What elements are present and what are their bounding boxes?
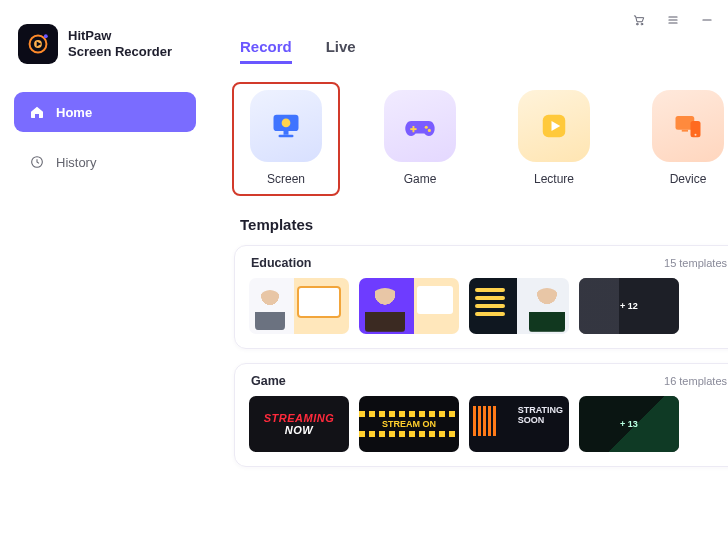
svg-point-3 xyxy=(44,34,48,38)
gamepad-icon xyxy=(384,90,456,162)
template-more-label: + 12 xyxy=(620,301,638,311)
template-card[interactable]: STREAMINGNOW xyxy=(249,396,349,452)
sidebar-item-label: Home xyxy=(56,105,92,120)
brand-line2: Screen Recorder xyxy=(68,44,172,60)
monitor-icon xyxy=(250,90,322,162)
template-group-education: Education 15 templates + 12 xyxy=(234,245,728,349)
menu-icon[interactable] xyxy=(664,11,682,29)
templates-heading: Templates xyxy=(216,216,728,233)
template-card[interactable] xyxy=(249,278,349,334)
svg-point-14 xyxy=(428,129,431,132)
record-tiles: Screen Game Lecture Device xyxy=(216,64,728,208)
tile-device[interactable]: Device xyxy=(636,84,728,194)
sidebar-item-label: History xyxy=(56,155,96,170)
tile-game[interactable]: Game xyxy=(368,84,472,194)
template-group-count: 16 templates xyxy=(664,375,727,387)
brand-logo-icon xyxy=(18,24,58,64)
svg-point-13 xyxy=(425,126,428,129)
sidebar-item-history[interactable]: History xyxy=(14,142,196,182)
svg-point-20 xyxy=(695,134,697,136)
sidebar: HitPaw Screen Recorder Home History xyxy=(0,0,210,546)
minimize-button[interactable] xyxy=(698,11,716,29)
brand-line1: HitPaw xyxy=(68,28,172,44)
tab-record[interactable]: Record xyxy=(240,38,292,64)
template-group-count: 15 templates xyxy=(664,257,727,269)
play-square-icon xyxy=(518,90,590,162)
titlebar xyxy=(216,0,728,40)
thumb-text: STRATING xyxy=(518,405,563,415)
thumb-text: SOON xyxy=(518,415,545,425)
template-card[interactable] xyxy=(359,278,459,334)
clock-icon xyxy=(28,153,46,171)
template-card[interactable]: STREAM ON xyxy=(359,396,459,452)
template-card[interactable] xyxy=(469,278,569,334)
brand: HitPaw Screen Recorder xyxy=(18,24,192,64)
tile-label: Device xyxy=(670,172,707,186)
svg-point-5 xyxy=(636,23,638,25)
thumb-text: NOW xyxy=(285,424,313,436)
sidebar-item-home[interactable]: Home xyxy=(14,92,196,132)
template-group-name: Game xyxy=(251,374,286,388)
template-group-game: Game 16 templates STREAMINGNOW STREAM ON… xyxy=(234,363,728,467)
template-card[interactable]: STRATINGSOON xyxy=(469,396,569,452)
svg-rect-10 xyxy=(279,135,294,138)
template-row: + 12 xyxy=(249,278,728,334)
tile-screen[interactable]: Screen xyxy=(234,84,338,194)
devices-icon xyxy=(652,90,724,162)
tab-live[interactable]: Live xyxy=(326,38,356,64)
svg-point-6 xyxy=(641,23,643,25)
tabs: Record Live xyxy=(216,38,728,64)
app-root: HitPaw Screen Recorder Home History xyxy=(0,0,728,546)
svg-rect-9 xyxy=(284,131,289,135)
tile-label: Screen xyxy=(267,172,305,186)
svg-point-8 xyxy=(282,119,291,128)
tile-label: Lecture xyxy=(534,172,574,186)
template-group-name: Education xyxy=(251,256,311,270)
svg-rect-12 xyxy=(410,128,416,130)
content-area: Record Live Screen Game Lecture xyxy=(210,0,728,546)
sidebar-nav: Home History xyxy=(14,92,196,182)
home-icon xyxy=(28,103,46,121)
svg-rect-18 xyxy=(682,130,688,132)
template-more-card[interactable]: + 13 xyxy=(579,396,679,452)
cart-icon[interactable] xyxy=(630,11,648,29)
template-row: STREAMINGNOW STREAM ON STRATINGSOON + 13 xyxy=(249,396,728,452)
template-group-header: Game 16 templates xyxy=(249,374,728,388)
brand-title: HitPaw Screen Recorder xyxy=(68,28,172,59)
tile-label: Game xyxy=(404,172,437,186)
template-more-label: + 13 xyxy=(620,419,638,429)
thumb-text: STREAMING xyxy=(264,412,335,424)
template-group-header: Education 15 templates xyxy=(249,256,728,270)
thumb-text: STREAM ON xyxy=(382,419,436,429)
tile-lecture[interactable]: Lecture xyxy=(502,84,606,194)
template-more-card[interactable]: + 12 xyxy=(579,278,679,334)
